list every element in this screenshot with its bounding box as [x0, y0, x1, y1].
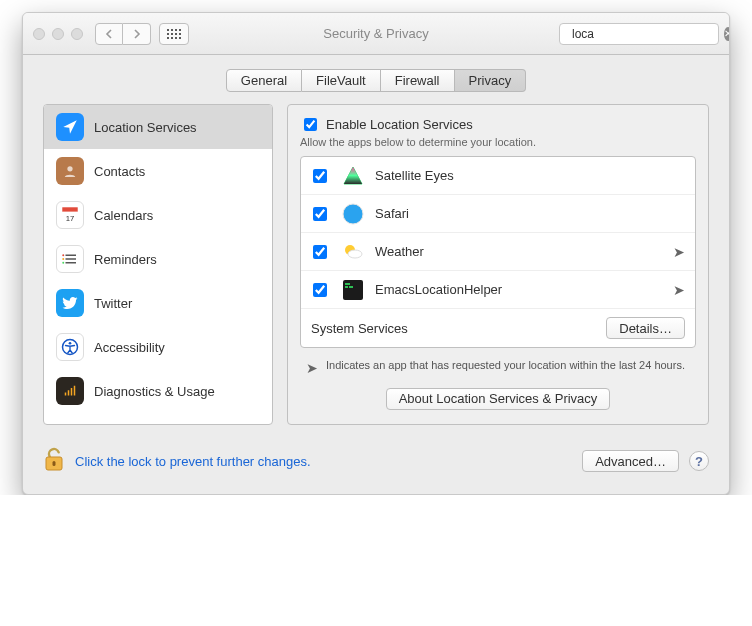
enable-location-checkbox[interactable] [304, 118, 317, 131]
tab-firewall[interactable]: Firewall [381, 69, 455, 92]
sidebar-item-label: Twitter [94, 296, 132, 311]
recent-location-icon: ➤ [306, 358, 318, 378]
lock-icon [43, 447, 65, 476]
clear-search-icon[interactable]: ✕ [724, 27, 730, 41]
sidebar-item-twitter[interactable]: Twitter [44, 281, 272, 325]
help-button[interactable]: ? [689, 451, 709, 471]
reminders-icon [56, 245, 84, 273]
app-checkbox[interactable] [313, 245, 327, 259]
svg-text:17: 17 [66, 214, 75, 223]
svg-marker-20 [344, 167, 362, 184]
sidebar-item-calendars[interactable]: 17 Calendars [44, 193, 272, 237]
window-controls [33, 28, 83, 40]
sidebar-item-contacts[interactable]: Contacts [44, 149, 272, 193]
back-button[interactable] [95, 23, 123, 45]
app-row-emacslocationhelper: EmacsLocationHelper ➤ [301, 271, 695, 309]
location-services-panel: Enable Location Services Allow the apps … [287, 104, 709, 425]
zoom-window[interactable] [71, 28, 83, 40]
svg-rect-30 [345, 283, 350, 285]
apps-list: Satellite Eyes Safari We [300, 156, 696, 348]
sidebar-item-label: Diagnostics & Usage [94, 384, 215, 399]
calendar-icon: 17 [56, 201, 84, 229]
svg-point-2 [67, 166, 72, 171]
app-icon-weather [341, 240, 365, 264]
recent-note-text: Indicates an app that has requested your… [326, 358, 685, 378]
app-icon-safari [341, 202, 365, 226]
titlebar: Security & Privacy ✕ [23, 13, 729, 55]
sidebar-item-location-services[interactable]: Location Services [44, 105, 272, 149]
diagnostics-icon [56, 377, 84, 405]
lock-text: Click the lock to prevent further change… [75, 454, 311, 469]
svg-point-9 [62, 254, 64, 256]
tab-bar: General FileVault Firewall Privacy [43, 69, 709, 92]
location-icon [56, 113, 84, 141]
nav-buttons [95, 23, 151, 45]
enable-row: Enable Location Services [300, 115, 696, 134]
svg-rect-32 [349, 286, 353, 288]
close-window[interactable] [33, 28, 45, 40]
window-title: Security & Privacy [323, 26, 428, 41]
system-services-row: System Services Details… [301, 309, 695, 347]
enable-location-label[interactable]: Enable Location Services [300, 115, 696, 134]
app-row-satellite-eyes: Satellite Eyes [301, 157, 695, 195]
advanced-button[interactable]: Advanced… [582, 450, 679, 472]
recent-location-icon: ➤ [673, 282, 685, 298]
app-icon-emacs [341, 278, 365, 302]
svg-rect-17 [74, 386, 76, 396]
preferences-window: Security & Privacy ✕ General FileVault F… [22, 12, 730, 495]
app-icon-satellite-eyes [341, 164, 365, 188]
svg-rect-15 [68, 390, 70, 395]
search-input[interactable] [570, 26, 724, 42]
app-row-safari: Safari [301, 195, 695, 233]
tab-privacy[interactable]: Privacy [455, 69, 527, 92]
svg-rect-34 [53, 461, 56, 466]
svg-rect-14 [65, 393, 67, 396]
sidebar-item-label: Reminders [94, 252, 157, 267]
svg-point-28 [348, 250, 362, 258]
tab-filevault[interactable]: FileVault [302, 69, 381, 92]
enable-hint: Allow the apps below to determine your l… [300, 136, 696, 148]
sidebar-item-label: Contacts [94, 164, 145, 179]
recent-note: ➤ Indicates an app that has requested yo… [300, 348, 696, 388]
enable-location-text: Enable Location Services [326, 117, 473, 132]
sidebar-item-label: Accessibility [94, 340, 165, 355]
show-all-button[interactable] [159, 23, 189, 45]
sidebar-item-accessibility[interactable]: Accessibility [44, 325, 272, 369]
search-field[interactable]: ✕ [559, 23, 719, 45]
footer: Click the lock to prevent further change… [23, 439, 729, 494]
details-button[interactable]: Details… [606, 317, 685, 339]
system-services-label: System Services [311, 321, 408, 336]
svg-rect-3 [62, 207, 77, 212]
app-checkbox[interactable] [313, 283, 327, 297]
sidebar-item-label: Location Services [94, 120, 197, 135]
svg-rect-31 [345, 286, 348, 288]
sidebar-item-reminders[interactable]: Reminders [44, 237, 272, 281]
sidebar-item-label: Calendars [94, 208, 153, 223]
svg-rect-16 [71, 388, 73, 396]
tab-general[interactable]: General [226, 69, 302, 92]
svg-point-13 [69, 342, 72, 345]
svg-point-11 [62, 262, 64, 264]
about-location-button[interactable]: About Location Services & Privacy [386, 388, 611, 410]
accessibility-icon [56, 333, 84, 361]
app-label: Satellite Eyes [375, 168, 685, 183]
app-label: EmacsLocationHelper [375, 282, 663, 297]
minimize-window[interactable] [52, 28, 64, 40]
forward-button[interactable] [123, 23, 151, 45]
svg-point-10 [62, 258, 64, 260]
sidebar-item-diagnostics[interactable]: Diagnostics & Usage [44, 369, 272, 413]
app-checkbox[interactable] [313, 169, 327, 183]
contacts-icon [56, 157, 84, 185]
apps-grid-icon [167, 29, 181, 39]
privacy-sidebar: Location Services Contacts 17 Calendars [43, 104, 273, 425]
recent-location-icon: ➤ [673, 244, 685, 260]
lock-row[interactable]: Click the lock to prevent further change… [43, 447, 311, 476]
app-row-weather: Weather ➤ [301, 233, 695, 271]
app-label: Weather [375, 244, 663, 259]
app-checkbox[interactable] [313, 207, 327, 221]
twitter-icon [56, 289, 84, 317]
app-label: Safari [375, 206, 685, 221]
